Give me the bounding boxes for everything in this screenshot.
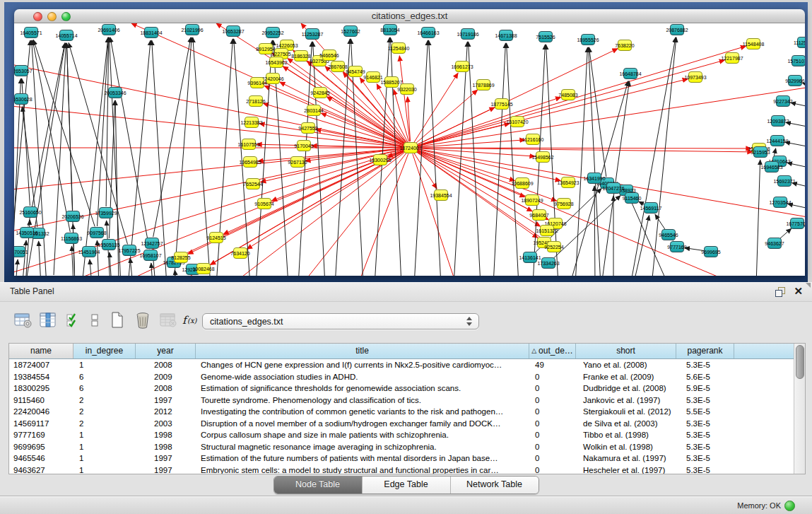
graph-edge[interactable] (417, 60, 725, 146)
column-header-pagerank[interactable]: pagerank (676, 344, 734, 358)
cell-out-de-[interactable]: 0 (529, 406, 576, 418)
cell-out-de-[interactable]: 0 (529, 429, 576, 441)
cell-short[interactable]: Dudbridge et al. (2008) (576, 382, 676, 395)
cell-name[interactable]: 22420046 (9, 406, 73, 418)
function-button[interactable]: f(x) (180, 311, 202, 331)
graph-edge[interactable] (33, 40, 95, 227)
graph-edge[interactable] (756, 160, 760, 276)
cell-short[interactable]: Jankovic et al. (1997) (576, 395, 676, 407)
citation-network-graph[interactable]: 1640557114055714206914061883140421021996… (14, 23, 805, 276)
cell-out-de-[interactable]: 0 (529, 382, 576, 395)
tab-network-table[interactable]: Network Table (450, 477, 539, 493)
graph-edge[interactable] (792, 183, 805, 191)
graph-edge[interactable] (25, 43, 65, 276)
graph-edge[interactable] (785, 142, 805, 150)
graph-edge[interactable] (301, 153, 406, 276)
cell-out-de-[interactable]: 0 (529, 395, 576, 407)
cell-name[interactable]: 9463627 (9, 465, 73, 475)
cell-short[interactable]: de Silva et al. (2003) (576, 418, 676, 430)
cell-in-degree[interactable]: 6 (73, 371, 136, 383)
cell-year[interactable]: 2008 (136, 359, 196, 371)
delete-button[interactable] (131, 311, 154, 331)
graph-edge[interactable] (14, 148, 404, 190)
graph-edge[interactable] (72, 246, 74, 276)
graph-edge[interactable] (39, 241, 41, 276)
close-panel-icon[interactable]: ✕ (794, 285, 803, 298)
cell-in-degree[interactable]: 2 (73, 406, 136, 418)
panel-resize-grip[interactable] (806, 283, 811, 288)
cell-pagerank[interactable]: 5.9E-5 (676, 382, 734, 395)
graph-edge[interactable] (469, 42, 481, 276)
cell-title[interactable]: Investigating the contribution of common… (196, 406, 529, 418)
graph-edge[interactable] (788, 204, 805, 212)
memory-status-indicator[interactable] (784, 501, 795, 511)
new-document-button[interactable] (106, 311, 129, 331)
cell-pagerank[interactable]: 5.3E-5 (676, 418, 734, 430)
graph-edge[interactable] (594, 186, 595, 276)
cell-year[interactable]: 1997 (136, 395, 196, 407)
column-header-short[interactable]: short (576, 344, 676, 358)
graph-edge[interactable] (786, 122, 805, 130)
graph-edge[interactable] (175, 270, 177, 276)
column-header-title[interactable]: title (196, 344, 529, 358)
graph-edge[interactable] (507, 43, 519, 276)
column-header-name[interactable]: name (9, 344, 73, 358)
graph-edge[interactable] (23, 240, 26, 276)
cell-short[interactable]: Tibbo et al. (1998) (576, 429, 676, 441)
cell-in-degree[interactable]: 1 (73, 452, 136, 465)
table-row[interactable]: 1830029562008Estimation of significance … (9, 382, 805, 395)
cell-short[interactable]: Nakamura et al. (1997) (576, 452, 676, 465)
cell-short[interactable]: Stergiakouli et al. (2012) (576, 406, 676, 418)
float-panel-icon[interactable] (775, 287, 787, 298)
select-all-button[interactable] (62, 311, 85, 331)
cell-pagerank[interactable]: 5.3E-5 (676, 395, 734, 407)
column-header-in-degree[interactable]: in_degree (73, 344, 136, 358)
cell-pagerank[interactable]: 5.3E-5 (676, 441, 734, 453)
graph-edge[interactable] (153, 37, 191, 237)
cell-year[interactable]: 2003 (136, 418, 196, 430)
graph-edge[interactable] (779, 228, 792, 239)
table-settings-button[interactable] (11, 311, 34, 331)
clear-selection-button[interactable] (83, 311, 106, 331)
cell-pagerank[interactable]: 5.3E-5 (676, 429, 734, 441)
cell-title[interactable]: Tourette syndrome. Phenomenology and cla… (196, 395, 529, 407)
cell-name[interactable]: 18724007 (9, 359, 73, 371)
graph-edge[interactable] (655, 214, 665, 229)
cell-pagerank[interactable]: 5.3E-5 (676, 452, 734, 465)
graph-edge[interactable] (16, 259, 18, 276)
cell-in-degree[interactable]: 1 (73, 429, 136, 441)
graph-edge[interactable] (73, 224, 75, 276)
cell-out-de-[interactable]: 0 (529, 452, 576, 465)
cell-year[interactable]: 1998 (136, 441, 196, 453)
cell-name[interactable]: 9699695 (9, 441, 73, 453)
cell-in-degree[interactable]: 6 (73, 382, 136, 395)
graph-edge[interactable] (230, 152, 406, 276)
table-row[interactable]: 911546021997Tourette syndrome. Phenomeno… (9, 395, 805, 407)
cell-name[interactable]: 9115460 (9, 395, 73, 407)
cell-year[interactable]: 2009 (136, 371, 196, 383)
table-row[interactable]: 946362711997Embryonic stem cells: a mode… (9, 465, 805, 475)
network-canvas[interactable]: 1640557114055714206914061883140421021996… (14, 23, 805, 276)
graph-edge[interactable] (417, 79, 688, 146)
column-visibility-button[interactable] (37, 311, 59, 331)
cell-short[interactable]: Franke et al. (2009) (576, 371, 676, 383)
column-header-out-de-[interactable]: △out_de… (529, 344, 576, 358)
cell-title[interactable]: Corpus callosum shape and size in male p… (196, 429, 529, 441)
cell-out-de-[interactable]: 0 (529, 441, 576, 453)
cell-in-degree[interactable]: 2 (73, 418, 136, 430)
cell-title[interactable]: Structural magnetic resonance image aver… (196, 441, 529, 453)
cell-name[interactable]: 14569117 (9, 418, 73, 430)
cell-year[interactable]: 1997 (136, 465, 196, 475)
cell-in-degree[interactable]: 1 (73, 359, 136, 371)
tab-node-table[interactable]: Node Table (274, 477, 362, 493)
table-row[interactable]: 977716911998Corpus callosum shape and si… (9, 429, 805, 441)
table-row[interactable]: 946554611997Estimation of the future num… (9, 452, 805, 465)
table-selector-dropdown[interactable]: citations_edges.txt (202, 313, 479, 329)
cell-name[interactable]: 19384554 (9, 371, 73, 383)
table-row[interactable]: 2242004622012Investigating the contribut… (9, 406, 805, 418)
graph-edge[interactable] (32, 40, 47, 276)
cell-title[interactable]: Genome-wide association studies in ADHD. (196, 371, 529, 383)
table-row[interactable]: 1938455462009Genome-wide association stu… (9, 371, 805, 383)
cell-title[interactable]: Embryonic stem cells: a model to study s… (196, 465, 529, 475)
graph-edge[interactable] (493, 43, 505, 276)
